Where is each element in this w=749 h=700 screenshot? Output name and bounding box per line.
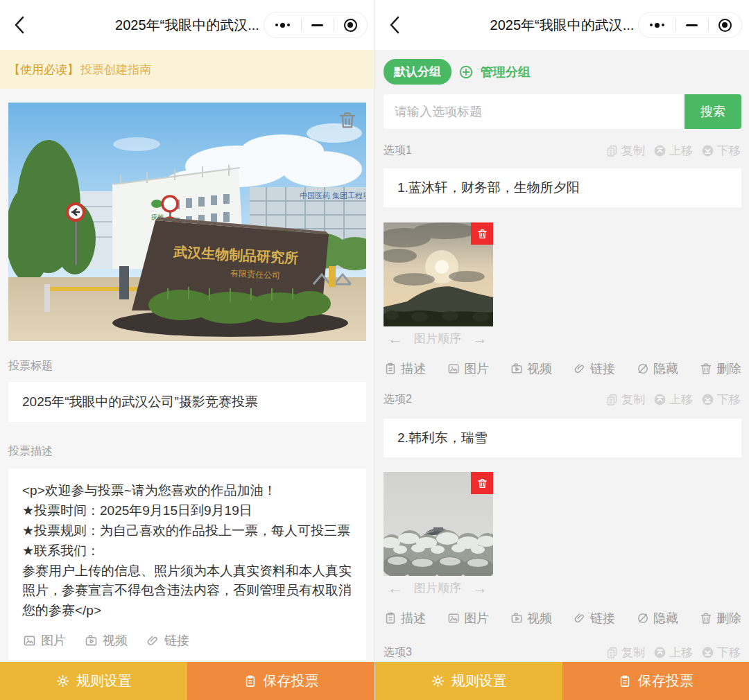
vote-title-input[interactable] — [8, 382, 366, 422]
rules-settings-button[interactable]: 规则设置 — [0, 662, 187, 700]
option-1-actions: 描述 图片 视频 链接 隐藏 — [384, 360, 741, 377]
copy-option-button[interactable]: 复制 — [605, 143, 645, 159]
insert-link-label: 链接 — [164, 632, 189, 649]
hide-label: 隐藏 — [653, 610, 678, 627]
usage-guide-banner[interactable]: 【使用必读】 投票创建指南 — [0, 50, 374, 89]
delete-image-button[interactable] — [471, 222, 493, 245]
copy-option-button[interactable]: 复制 — [605, 645, 645, 660]
link-button[interactable]: 链接 — [573, 360, 615, 377]
close-target-icon[interactable] — [718, 19, 732, 32]
more-icon[interactable] — [274, 19, 291, 32]
copy-label: 复制 — [621, 392, 645, 408]
insert-image-button[interactable]: 图片 — [22, 632, 66, 649]
cover-photo: 疫苗 中国医药 集团工程项目 — [8, 103, 366, 341]
move-up-button[interactable]: 上移 — [653, 392, 693, 408]
notice-prefix: 【使用必读】 — [8, 62, 79, 78]
move-up-button[interactable]: 上移 — [653, 645, 693, 660]
video-icon — [84, 633, 98, 648]
image-label: 图片 — [464, 360, 489, 377]
delete-option-button[interactable]: 删除 — [699, 360, 741, 377]
image-icon — [447, 362, 460, 376]
hide-label: 隐藏 — [653, 360, 678, 377]
move-up-label: 上移 — [669, 645, 693, 660]
vote-desc-text[interactable]: <p>欢迎参与投票~请为您喜欢的作品加油！ ★投票时间：2025年9月15日到9… — [22, 481, 352, 621]
right-content: 默认分组 管理分组 搜索 选项1 复制 — [375, 59, 749, 660]
navbar: 2025年“我眼中的武汉... — [0, 0, 374, 50]
description-icon — [384, 362, 397, 376]
option-1-title-input[interactable] — [384, 168, 741, 207]
minimize-icon[interactable] — [311, 24, 323, 26]
manage-groups-link[interactable]: 管理分组 — [481, 64, 531, 80]
link-button[interactable]: 链接 — [573, 610, 615, 627]
description-button[interactable]: 描述 — [384, 360, 426, 377]
option-3-header: 选项3 复制 上移 下移 — [384, 645, 741, 660]
move-up-label: 上移 — [669, 392, 693, 408]
search-button[interactable]: 搜索 — [685, 94, 741, 129]
capsule-divider — [708, 18, 709, 32]
link-icon — [146, 633, 160, 648]
capsule-divider — [675, 18, 676, 32]
insert-video-button[interactable]: 视频 — [84, 632, 128, 649]
move-down-button[interactable]: 下移 — [701, 645, 741, 660]
eye-off-icon — [636, 611, 650, 625]
image-order-prev-icon[interactable]: ← — [388, 581, 403, 596]
option-label: 选项2 — [384, 392, 412, 407]
image-order-prev-icon[interactable]: ← — [388, 331, 403, 347]
copy-label: 复制 — [621, 143, 645, 159]
delete-image-button[interactable] — [471, 472, 493, 494]
option-1-header: 选项1 复制 上移 下移 — [384, 143, 741, 159]
search-input[interactable] — [384, 94, 685, 129]
image-icon — [447, 611, 460, 625]
option-2-thumbnail — [384, 472, 493, 576]
panel-options-list: 2025年“我眼中的武汉... 默认分组 管理分组 搜索 — [374, 0, 749, 700]
hide-button[interactable]: 隐藏 — [636, 610, 678, 627]
move-down-icon — [701, 393, 714, 406]
rules-settings-label: 规则设置 — [451, 672, 507, 690]
image-order-next-icon[interactable]: → — [472, 331, 488, 347]
move-down-button[interactable]: 下移 — [701, 143, 741, 159]
description-button[interactable]: 描述 — [384, 610, 426, 627]
panel-edit-vote: 2025年“我眼中的武汉... 【使用必读】 投票创建指南 — [0, 0, 374, 700]
insert-link-button[interactable]: 链接 — [146, 632, 189, 649]
move-down-button[interactable]: 下移 — [701, 392, 741, 408]
video-label: 视频 — [527, 610, 552, 627]
copy-option-button[interactable]: 复制 — [605, 392, 645, 408]
cover-photo-image: 疫苗 中国医药 集团工程项目 — [8, 103, 366, 341]
video-button[interactable]: 视频 — [510, 360, 552, 377]
delete-cover-photo-button[interactable] — [337, 110, 358, 130]
save-vote-button[interactable]: 保存投票 — [187, 662, 374, 700]
hide-button[interactable]: 隐藏 — [636, 360, 678, 377]
move-up-button[interactable]: 上移 — [653, 143, 693, 159]
insert-video-label: 视频 — [103, 632, 128, 649]
move-up-icon — [653, 393, 666, 406]
footer-left: 规则设置 保存投票 — [0, 662, 374, 700]
image-button[interactable]: 图片 — [447, 360, 489, 377]
delete-option-button[interactable]: 删除 — [699, 610, 741, 627]
video-icon — [510, 362, 524, 376]
copy-label: 复制 — [621, 645, 645, 660]
video-button[interactable]: 视频 — [510, 610, 552, 627]
image-label: 图片 — [464, 610, 489, 627]
add-group-button[interactable] — [458, 64, 474, 80]
image-order-next-icon[interactable]: → — [472, 581, 488, 596]
copy-icon — [605, 646, 619, 659]
vote-desc-label: 投票描述 — [8, 444, 366, 459]
link-label: 链接 — [590, 610, 615, 627]
clipboard-icon — [618, 674, 632, 688]
desc-toolbar: 图片 视频 链接 — [22, 632, 352, 649]
delete-label: 删除 — [716, 610, 741, 627]
group-default-pill[interactable]: 默认分组 — [384, 59, 451, 85]
close-target-icon[interactable] — [344, 19, 357, 32]
move-down-label: 下移 — [717, 392, 741, 408]
more-icon[interactable] — [648, 19, 666, 32]
svg-text:中国医药 集团工程项目: 中国医药 集团工程项目 — [300, 191, 366, 200]
save-vote-button[interactable]: 保存投票 — [562, 662, 749, 700]
trash-icon — [476, 228, 488, 240]
option-2-title-input[interactable] — [384, 419, 741, 457]
plus-circle-icon — [458, 64, 474, 80]
description-label: 描述 — [401, 360, 426, 377]
rules-settings-button[interactable]: 规则设置 — [375, 662, 562, 700]
minimize-icon[interactable] — [686, 24, 698, 26]
image-order-row: ← 图片顺序 → — [384, 580, 741, 596]
image-button[interactable]: 图片 — [447, 610, 489, 627]
